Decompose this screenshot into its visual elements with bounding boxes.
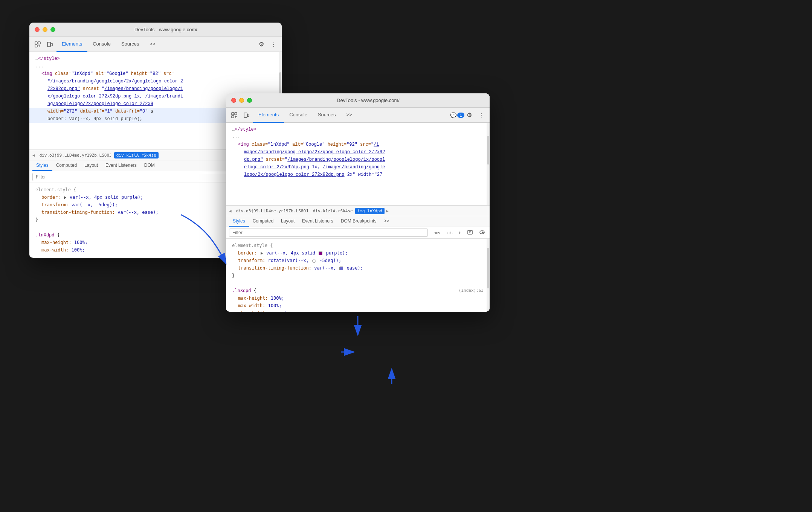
filter-toggle-front[interactable] [478, 229, 487, 237]
tab-console-back[interactable]: Console [87, 37, 116, 52]
tab-event-listeners-back[interactable]: Event Listeners [102, 160, 140, 171]
svg-rect-7 [232, 113, 234, 115]
tab-more-front[interactable]: >> [341, 108, 357, 123]
tab-layout-front[interactable]: Layout [277, 216, 298, 227]
svg-rect-14 [468, 230, 472, 234]
tab-styles-front[interactable]: Styles [229, 216, 249, 227]
device-icon[interactable] [44, 39, 55, 50]
minimize-button-front[interactable] [239, 98, 244, 103]
html-line-img-front1: <img class="lnXdpd" alt="Google" height=… [226, 141, 490, 148]
tab-layout-back[interactable]: Layout [81, 160, 102, 171]
tab-dom-back[interactable]: DOM [140, 160, 159, 171]
styles-tabs-front: Styles Computed Layout Event Listeners D… [226, 216, 490, 227]
toolbar-right-front: 💬 1 ⚙ ⋮ [452, 110, 487, 120]
toolbar-front: Elements Console Sources >> 💬 1 ⚙ ⋮ [226, 108, 490, 123]
breadcrumb-forward-arrow[interactable]: ▶ [386, 209, 389, 213]
settings-icon-back[interactable]: ⚙ [256, 39, 267, 50]
html-line-img-front2: mages/branding/googlelogo/2x/googlelogo_… [226, 148, 490, 156]
breadcrumb-item-div1-back[interactable]: div.o3j99.LLD4me.yr19Zb.LS8OJ [37, 152, 114, 158]
filter-input-front[interactable] [229, 229, 428, 237]
tab-console-front[interactable]: Console [284, 108, 313, 123]
css-maxheight-front: max-height: 100%; [232, 294, 484, 302]
circle-swatch-rotate[interactable] [312, 259, 316, 263]
more-icon-back[interactable]: ⋮ [268, 39, 279, 50]
svg-rect-1 [35, 45, 37, 47]
tab-styles-back[interactable]: Styles [32, 160, 52, 171]
filter-add-front[interactable]: + [457, 230, 462, 236]
tab-event-listeners-front[interactable]: Event Listeners [298, 216, 337, 227]
tab-computed-front[interactable]: Computed [249, 216, 277, 227]
tab-bar-back: Elements Console Sources >> [56, 37, 255, 52]
maximize-button-front[interactable] [247, 98, 252, 103]
device-icon-front[interactable] [241, 110, 252, 120]
checkbox-swatch-ease[interactable] [339, 267, 343, 270]
tab-elements-back[interactable]: Elements [56, 37, 87, 52]
breadcrumb-img-front[interactable]: img.lnXdpd [355, 208, 385, 214]
svg-rect-6 [51, 43, 52, 46]
filter-newstyle-front[interactable] [466, 229, 475, 237]
css-content-front: element.style { border: var(--x, 4px sol… [226, 239, 490, 312]
html-line-img1: <img class="lnXdpd" alt="Google" height=… [29, 70, 282, 78]
css-lnxdpd-selector: .lnXdpd { [232, 287, 256, 294]
color-swatch-purple[interactable] [319, 251, 322, 255]
css-transition-front: transition-timing-function: var(--x, eas… [232, 264, 484, 272]
html-line-style: …</style> [29, 55, 282, 62]
badge-count: 1 [457, 113, 464, 118]
tab-elements-front[interactable]: Elements [253, 108, 284, 123]
window-title-back: DevTools - www.google.com/ [55, 27, 276, 32]
inspector-icon[interactable] [32, 39, 43, 50]
filter-bar-front: :hov .cls + [226, 227, 490, 239]
inspector-icon-front[interactable] [229, 110, 240, 120]
close-button[interactable] [35, 27, 40, 32]
html-line-img-front3: dp.png" srcset="/images/branding/googlel… [226, 156, 490, 163]
filter-input-back[interactable] [32, 173, 253, 181]
toolbar-back: Elements Console Sources >> ⚙ ⋮ [29, 37, 282, 52]
breadcrumb-front: ◀ div.o3j99.LLD4me.yr19Zb.LS8OJ div.k1zl… [226, 206, 490, 216]
traffic-lights-back [35, 27, 55, 32]
minimize-button[interactable] [43, 27, 47, 32]
css-objectfit-front: object-fit: contain; [232, 309, 484, 312]
maximize-button[interactable] [50, 27, 55, 32]
css-lnxdpd-row: .lnXdpd { (index):63 [232, 287, 484, 294]
tab-bar-front: Elements Console Sources >> [253, 108, 450, 123]
html-line-img-front4: elogo_color_272x92dp.png 1x, /images/bra… [226, 163, 490, 171]
scrollbar-html-front[interactable] [487, 123, 490, 205]
html-line-img3: 72x92dp.png" srcset="/images/branding/go… [29, 85, 282, 93]
tab-sources-back[interactable]: Sources [116, 37, 145, 52]
svg-rect-13 [247, 114, 249, 117]
breadcrumb-div1-front[interactable]: div.o3j99.LLD4me.yr19Zb.LS8OJ [234, 208, 311, 214]
css-maxwidth-front: max-width: 100%; [232, 302, 484, 309]
svg-rect-8 [232, 116, 234, 118]
settings-icon-front[interactable]: ⚙ [464, 110, 475, 120]
tab-sources-front[interactable]: Sources [313, 108, 341, 123]
css-transform-front: transform: rotate(var(--x, -5deg)); [232, 257, 484, 264]
devtools-window-front: DevTools - www.google.com/ Elements Cons… [226, 93, 490, 312]
tab-computed-back[interactable]: Computed [52, 160, 81, 171]
html-line-img2: "/images/branding/googlelogo/2x/googlelo… [29, 78, 282, 85]
titlebar-front: DevTools - www.google.com/ [226, 93, 490, 108]
filter-cls-front[interactable]: .cls [445, 230, 454, 236]
breadcrumb-div2-front[interactable]: div.k1zlA.rSk4se [311, 208, 355, 214]
chat-icon-front[interactable]: 💬 1 [452, 110, 462, 120]
css-selector-element-front: element.style { [232, 242, 484, 249]
breadcrumb-back-arrow-front[interactable]: ◀ [229, 209, 232, 213]
tab-more-back[interactable]: >> [145, 37, 161, 52]
filter-hov-front[interactable]: :hov [431, 230, 442, 236]
svg-rect-0 [35, 42, 37, 44]
svg-rect-18 [482, 232, 484, 233]
breadcrumb-item-div2-back[interactable]: div.k1zlA.rSk4se [114, 152, 159, 158]
window-title-front: DevTools - www.google.com/ [252, 98, 484, 103]
svg-rect-9 [235, 113, 237, 115]
breadcrumb-back-arrow[interactable]: ◀ [32, 153, 35, 158]
more-icon-front[interactable]: ⋮ [476, 110, 487, 120]
css-source-link[interactable]: (index):63 [459, 287, 484, 294]
traffic-lights-front [231, 98, 252, 103]
svg-rect-2 [38, 42, 40, 44]
tab-dom-breakpoints-front[interactable]: DOM Breakpoints [337, 216, 380, 227]
tab-more-styles-front[interactable]: >> [380, 216, 393, 227]
html-line-img-front5: logo/2x/googlelogo_color_272x92dp.png 2x… [226, 171, 490, 178]
scrollbar-css-front[interactable] [487, 239, 490, 312]
html-line-dots-front: ... [226, 133, 490, 141]
css-brace-front: } [232, 272, 484, 279]
close-button-front[interactable] [231, 98, 236, 103]
